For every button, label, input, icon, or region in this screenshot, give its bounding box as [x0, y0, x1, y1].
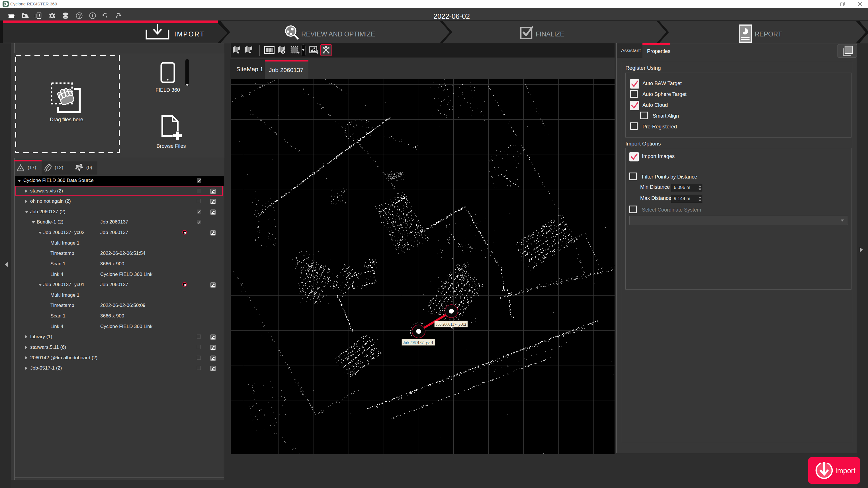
svg-text:REVIEW AND OPTIMIZE: REVIEW AND OPTIMIZE	[301, 30, 375, 38]
svg-text:Job 2060137- yc01: Job 2060137- yc01	[403, 340, 433, 345]
svg-text:IMPORT: IMPORT	[174, 30, 205, 38]
svg-text:FINALIZE: FINALIZE	[536, 30, 564, 38]
svg-text:REPORT: REPORT	[755, 30, 782, 38]
svg-text:Job 2060137- yc02: Job 2060137- yc02	[436, 322, 466, 327]
